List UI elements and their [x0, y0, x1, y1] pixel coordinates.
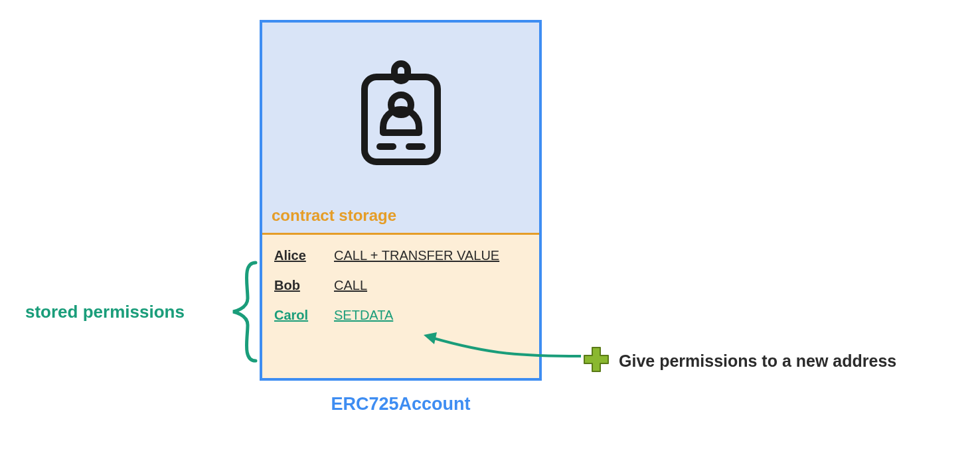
permission-row: Bob CALL — [274, 278, 527, 293]
permission-name: Bob — [274, 278, 314, 293]
give-permissions-annotation: Give permissions to a new address — [583, 346, 896, 375]
plus-icon — [583, 346, 610, 375]
contract-storage-label: contract storage — [272, 206, 530, 225]
permission-row-new: Carol SETDATA — [274, 308, 527, 323]
permission-value: CALL + TRANSFER VALUE — [334, 248, 499, 263]
id-card-icon — [358, 60, 444, 168]
arrow-icon — [418, 328, 584, 371]
permission-row: Alice CALL + TRANSFER VALUE — [274, 248, 527, 263]
stored-permissions-label: stored permissions — [25, 302, 185, 322]
svg-rect-4 — [406, 143, 426, 150]
permission-name: Alice — [274, 248, 314, 263]
erc725-permissions-diagram: contract storage Alice CALL + TRANSFER V… — [0, 0, 980, 449]
permission-value: CALL — [334, 278, 367, 293]
give-permissions-label: Give permissions to a new address — [619, 352, 896, 371]
svg-point-2 — [391, 95, 411, 115]
svg-rect-1 — [365, 77, 438, 162]
permission-name: Carol — [274, 308, 314, 323]
permission-value: SETDATA — [334, 308, 393, 323]
erc725-account-box: contract storage Alice CALL + TRANSFER V… — [260, 20, 542, 381]
account-header: contract storage — [262, 23, 539, 233]
curly-brace-icon — [229, 259, 258, 367]
svg-rect-3 — [376, 143, 396, 150]
account-title: ERC725Account — [260, 394, 542, 415]
